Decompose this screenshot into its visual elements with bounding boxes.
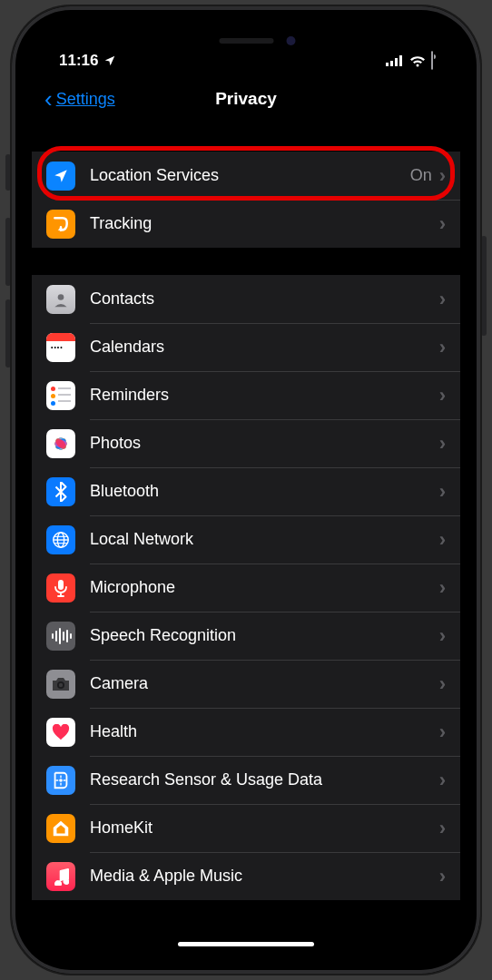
silence-switch[interactable]	[5, 154, 11, 191]
back-label: Settings	[56, 90, 115, 109]
screen: 11:16 ‹ Settings	[32, 26, 460, 954]
row-label: Local Network	[90, 530, 439, 549]
settings-group: Location Services On › Tracking ›	[32, 152, 460, 248]
svg-rect-2	[395, 58, 398, 66]
row-health[interactable]: Health ›	[32, 708, 460, 756]
bluetooth-icon	[46, 477, 75, 506]
settings-group: Contacts › • • • • Calendars ›	[32, 275, 460, 900]
row-homekit[interactable]: HomeKit ›	[32, 804, 460, 852]
heart-icon	[46, 718, 75, 747]
row-label: Speech Recognition	[90, 626, 439, 645]
volume-down-button[interactable]	[5, 299, 11, 368]
location-arrow-icon	[103, 54, 116, 67]
row-reminders[interactable]: Reminders ›	[32, 371, 460, 419]
row-local-network[interactable]: Local Network ›	[32, 515, 460, 564]
home-indicator[interactable]	[178, 942, 314, 946]
location-icon	[46, 162, 75, 191]
row-label: Research Sensor & Usage Data	[90, 770, 439, 789]
row-label: Bluetooth	[90, 482, 439, 501]
chevron-right-icon: ›	[439, 867, 446, 887]
row-value: On	[410, 166, 432, 185]
chevron-right-icon: ›	[439, 386, 446, 406]
row-camera[interactable]: Camera ›	[32, 660, 460, 708]
row-label: Camera	[90, 674, 439, 693]
svg-rect-1	[390, 61, 393, 66]
row-label: Photos	[90, 434, 439, 453]
phone-frame: 11:16 ‹ Settings	[12, 6, 480, 974]
tracking-icon	[46, 210, 75, 239]
chevron-right-icon: ›	[439, 289, 446, 309]
waveform-icon	[46, 622, 75, 651]
row-label: Contacts	[90, 289, 439, 309]
speaker-grille	[219, 38, 273, 44]
globe-icon	[46, 525, 75, 554]
chevron-right-icon: ›	[439, 214, 446, 234]
chevron-right-icon: ›	[439, 434, 446, 454]
row-label: Health	[90, 722, 439, 741]
camera-icon	[46, 670, 75, 699]
chevron-right-icon: ›	[439, 722, 446, 742]
back-button[interactable]: ‹ Settings	[44, 87, 115, 111]
chevron-right-icon: ›	[439, 674, 446, 694]
reminders-icon	[46, 381, 75, 410]
chevron-right-icon: ›	[439, 166, 446, 186]
row-photos[interactable]: Photos ›	[32, 419, 460, 467]
notch	[144, 26, 349, 55]
cellular-signal-icon	[386, 55, 404, 66]
row-label: Media & Apple Music	[90, 867, 439, 886]
chevron-right-icon: ›	[439, 482, 446, 502]
chevron-left-icon: ‹	[44, 87, 53, 111]
research-icon	[46, 766, 75, 795]
row-label: HomeKit	[90, 818, 439, 838]
row-label: Location Services	[90, 166, 410, 185]
front-camera-icon	[287, 36, 296, 45]
svg-point-26	[59, 682, 63, 686]
home-icon	[46, 814, 75, 843]
music-icon	[46, 862, 75, 891]
row-label: Tracking	[90, 214, 439, 233]
chevron-right-icon: ›	[439, 770, 446, 790]
svg-rect-3	[399, 55, 402, 66]
nav-bar: ‹ Settings Privacy	[32, 74, 460, 124]
chevron-right-icon: ›	[439, 338, 446, 358]
svg-point-27	[59, 779, 63, 782]
svg-rect-0	[386, 63, 389, 66]
contacts-icon	[46, 285, 75, 314]
row-tracking[interactable]: Tracking ›	[32, 200, 460, 248]
calendar-icon: • • • •	[46, 333, 75, 362]
wifi-icon	[409, 55, 426, 67]
chevron-right-icon: ›	[439, 578, 446, 598]
row-label: Microphone	[90, 578, 439, 597]
row-calendars[interactable]: • • • • Calendars ›	[32, 323, 460, 371]
content-scroll[interactable]: Location Services On › Tracking ›	[32, 124, 460, 954]
power-button[interactable]	[481, 236, 487, 336]
svg-point-4	[58, 294, 64, 300]
volume-up-button[interactable]	[5, 218, 11, 286]
row-contacts[interactable]: Contacts ›	[32, 275, 460, 323]
row-location-services[interactable]: Location Services On ›	[32, 152, 460, 200]
chevron-right-icon: ›	[439, 626, 446, 646]
row-microphone[interactable]: Microphone ›	[32, 564, 460, 612]
row-research-sensor[interactable]: Research Sensor & Usage Data ›	[32, 756, 460, 804]
row-speech-recognition[interactable]: Speech Recognition ›	[32, 612, 460, 660]
chevron-right-icon: ›	[439, 818, 446, 838]
row-bluetooth[interactable]: Bluetooth ›	[32, 467, 460, 515]
chevron-right-icon: ›	[439, 530, 446, 550]
row-label: Reminders	[90, 386, 439, 405]
battery-icon	[431, 52, 433, 70]
microphone-icon	[46, 573, 75, 603]
photos-icon	[46, 429, 75, 458]
row-label: Calendars	[90, 338, 439, 357]
row-media-apple-music[interactable]: Media & Apple Music ›	[32, 852, 460, 900]
status-time: 11:16	[59, 52, 98, 70]
svg-rect-18	[58, 580, 64, 590]
